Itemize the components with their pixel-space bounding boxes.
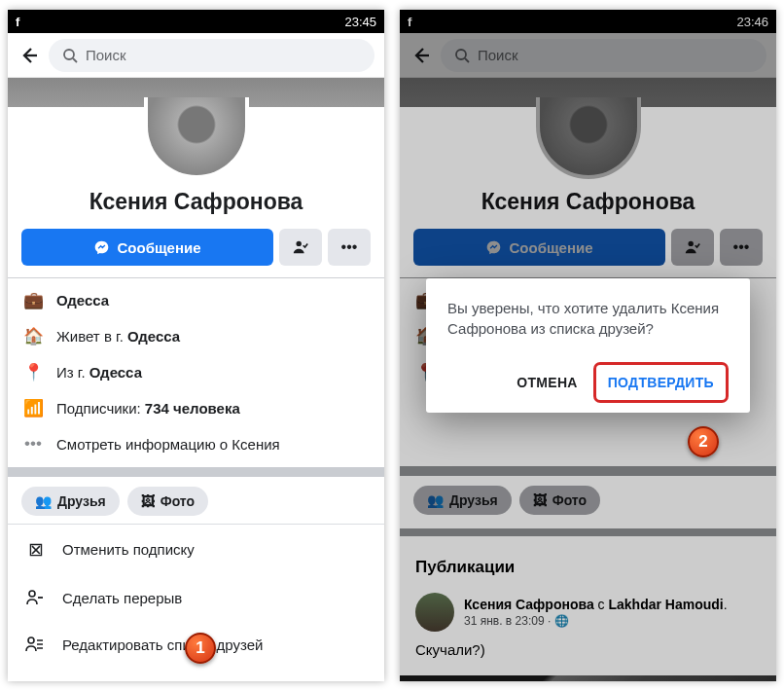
confirm-dialog: Вы уверены, что хотите удалить Ксения Са… <box>426 278 750 413</box>
briefcase-icon: 💼 <box>23 290 43 310</box>
message-button[interactable]: Сообщение <box>21 229 273 266</box>
dots-icon: ••• <box>23 434 43 454</box>
dialog-confirm-button[interactable]: ПОДТВЕРДИТЬ <box>593 362 729 403</box>
status-time: 23:45 <box>344 15 376 29</box>
rss-icon: 📶 <box>23 398 43 418</box>
person-check-icon <box>292 238 309 256</box>
home-icon: 🏠 <box>23 326 43 346</box>
phone-right: f 23:46 Поиск Ксения Сафронова Сообщение… <box>400 10 776 681</box>
svg-point-2 <box>29 591 35 597</box>
annotation-badge-2: 2 <box>688 426 719 457</box>
photo-icon: 🖼 <box>141 493 155 509</box>
option-priority[interactable]: ☆Приоритет в показе <box>8 668 384 681</box>
option-snooze[interactable]: Сделать перерыв <box>8 574 384 621</box>
svg-point-0 <box>64 50 74 59</box>
person-minus-icon <box>25 588 47 607</box>
info-see-more[interactable]: •••Смотреть информацию о Ксения <box>8 426 384 461</box>
search-input[interactable]: Поиск <box>49 39 374 72</box>
annotation-badge-1: 1 <box>185 633 216 664</box>
action-buttons: Сообщение ••• <box>8 229 384 266</box>
info-lives[interactable]: 🏠Живет в г. Одесса <box>8 318 384 354</box>
search-placeholder: Поиск <box>86 47 126 63</box>
profile-name: Ксения Сафронова <box>8 189 384 215</box>
svg-point-1 <box>297 241 302 246</box>
back-button[interactable] <box>18 44 41 67</box>
chip-photos[interactable]: 🖼Фото <box>127 487 208 516</box>
more-button[interactable]: ••• <box>328 229 371 266</box>
people-icon: 👥 <box>35 493 52 509</box>
dialog-message: Вы уверены, что хотите удалить Ксения Са… <box>447 298 729 339</box>
info-work[interactable]: 💼Одесса <box>8 282 384 318</box>
status-bar: f 23:45 <box>8 10 384 33</box>
fb-logo-icon: f <box>16 15 19 29</box>
info-from[interactable]: 📍Из г. Одесса <box>8 354 384 390</box>
filter-chips: 👥Друзья 🖼Фото <box>8 487 384 524</box>
dots-icon: ••• <box>341 238 358 256</box>
friend-status-button[interactable] <box>279 229 322 266</box>
dialog-cancel-button[interactable]: ОТМЕНА <box>505 365 588 400</box>
top-bar: Поиск <box>8 33 384 78</box>
confirm-dialog-overlay: Вы уверены, что хотите удалить Ксения Са… <box>400 10 776 681</box>
chip-friends[interactable]: 👥Друзья <box>21 487 120 516</box>
unfollow-icon: ⊠ <box>25 538 47 561</box>
search-icon <box>62 48 78 63</box>
svg-point-3 <box>28 637 34 643</box>
messenger-icon <box>93 239 110 256</box>
info-followers[interactable]: 📶Подписчики: 734 человека <box>8 390 384 426</box>
phone-left: f 23:45 Поиск Ксения Сафронова Сообщение… <box>8 10 384 681</box>
avatar[interactable] <box>144 97 249 179</box>
person-list-icon <box>25 635 47 654</box>
option-unfollow[interactable]: ⊠Отменить подписку <box>8 525 384 574</box>
pin-icon: 📍 <box>23 362 43 382</box>
profile-content: Ксения Сафронова Сообщение ••• 💼Одесса 🏠… <box>8 78 384 681</box>
